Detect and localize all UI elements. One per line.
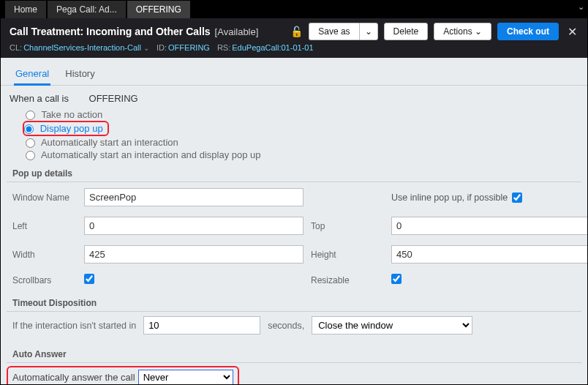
scrollbars-checkbox[interactable] [84,274,94,284]
check-out-button[interactable]: Check out [497,23,559,40]
delete-button[interactable]: Delete [384,23,429,40]
height-label: Height [311,250,384,260]
popup-form: Window Name Use inline pop up, if possib… [1,182,587,294]
popup-details-header: Pop up details [1,164,587,182]
tab-general[interactable]: General [14,65,50,86]
auto-answer-highlight: Automatically answer the call Never [7,366,239,385]
window-name-label: Window Name [12,192,77,203]
close-icon[interactable]: ✕ [565,25,580,39]
radio-take-no-action[interactable]: Take no action [26,108,578,121]
top-label: Top [311,221,384,231]
width-label: Width [12,250,77,260]
auto-answer-select[interactable]: Never [138,370,233,385]
window-name-input[interactable] [84,188,304,206]
timeout-seconds-input[interactable] [143,316,260,334]
chevron-down-icon[interactable]: ⌄ [143,44,149,52]
radio-auto-start-popup[interactable]: Automatically start an interaction and d… [26,149,578,161]
actions-button[interactable]: Actions ⌄ [434,23,491,40]
timeout-header: Timeout Disposition [1,294,587,311]
id-value: OFFERING [168,43,210,52]
left-input[interactable] [84,217,304,235]
height-input[interactable] [391,245,588,263]
lock-icon: 🔓 [290,26,303,37]
when-call-row: When a call is OFFERING [10,93,578,104]
availability-badge: [Available] [215,26,259,37]
sub-tabstrip: General History [1,62,587,86]
rule-meta-row: CL:ChannelServices-Interaction-Call ⌄ ID… [10,43,580,52]
left-label: Left [12,221,77,231]
radio-display-popup[interactable]: Display pop up [24,122,103,135]
ruleset-link[interactable]: EduPegaCall:01-01-01 [232,43,313,52]
save-as-dropdown[interactable]: ⌄ [359,23,378,40]
tab-history[interactable]: History [64,65,96,85]
save-as-split-button[interactable]: Save as ⌄ [309,23,377,40]
scrollbars-label: Scrollbars [12,275,77,285]
timeout-action-select[interactable]: Close the window [312,316,472,334]
use-inline-checkbox[interactable]: Use inline pop up, if possible [391,192,588,203]
tab-offering[interactable]: OFFERING [127,1,190,18]
resizable-checkbox[interactable] [391,274,402,284]
page-title: Call Treatment: Incoming and Other Calls… [10,26,258,37]
tab-pega-call[interactable]: Pega Call: Ad... [48,1,126,18]
tab-home[interactable]: Home [5,1,46,18]
class-link[interactable]: ChannelServices-Interaction-Call [23,43,141,52]
chevron-down-icon[interactable]: ⌄ [578,2,584,12]
resizable-label: Resizable [311,275,384,285]
auto-answer-header: Auto Answer [1,345,587,362]
top-input[interactable] [391,217,588,235]
call-action-radios: Take no action Display pop up Automatica… [10,108,578,161]
radio-auto-start[interactable]: Automatically start an interaction [26,136,578,149]
top-tabstrip: Home Pega Call: Ad... OFFERING ⌄ [1,1,587,18]
timeout-row: If the interaction isn't started in seco… [1,312,587,345]
width-input[interactable] [84,245,304,263]
rule-header: Call Treatment: Incoming and Other Calls… [1,18,587,58]
auto-answer-label: Automatically answer the call [12,372,135,383]
save-as-button[interactable]: Save as [309,23,358,40]
